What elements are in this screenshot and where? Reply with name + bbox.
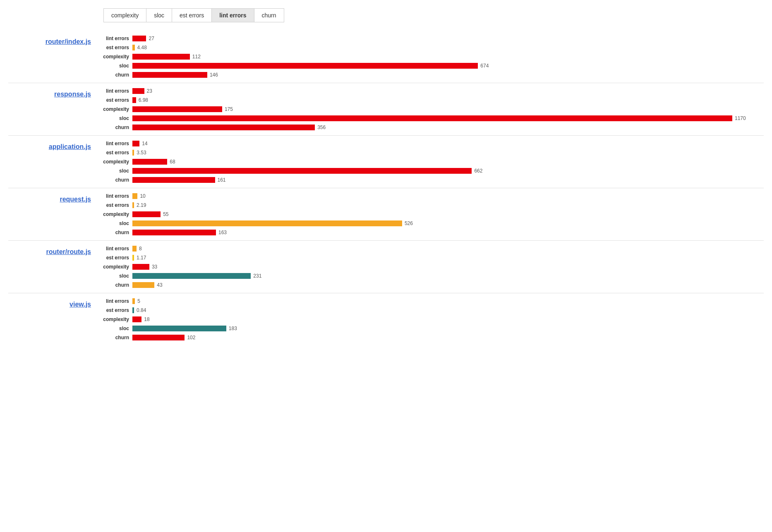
metric-bar (132, 246, 137, 252)
metric-value: 526 (405, 220, 413, 226)
file-row: view.jslint errors5est errors0.84complex… (8, 297, 764, 345)
metrics-container: lint errors8est errors1.17complexity33sl… (99, 245, 764, 289)
file-row: router/index.jslint errors27est errors4.… (8, 35, 764, 83)
metric-label: churn (99, 230, 132, 235)
metric-bar (132, 220, 402, 226)
metric-row: sloc662 (99, 167, 764, 175)
file-link[interactable]: router/route.js (8, 245, 99, 256)
metric-row: est errors4.48 (99, 44, 764, 51)
file-row: router/route.jslint errors8est errors1.1… (8, 245, 764, 293)
metric-label: est errors (99, 307, 132, 313)
metric-row: est errors3.53 (99, 149, 764, 156)
metric-bar (132, 63, 478, 69)
metric-value: 14 (142, 141, 147, 146)
metric-value: 68 (170, 159, 175, 165)
metric-value: 356 (317, 125, 326, 130)
file-link[interactable]: view.js (8, 297, 99, 308)
metric-label: sloc (99, 220, 132, 226)
metric-row: churn102 (99, 334, 764, 341)
tab-lint-errors[interactable]: lint errors (211, 8, 254, 22)
tab-est-errors[interactable]: est errors (172, 8, 211, 22)
metric-label: est errors (99, 202, 132, 208)
metric-row: est errors1.17 (99, 254, 764, 261)
metric-bar (132, 88, 144, 94)
bar-container: 526 (132, 220, 764, 226)
metric-row: lint errors8 (99, 245, 764, 252)
file-link[interactable]: request.js (8, 192, 99, 203)
metric-row: est errors2.19 (99, 201, 764, 209)
metric-value: 175 (225, 106, 233, 112)
metric-row: lint errors23 (99, 87, 764, 95)
metric-label: sloc (99, 115, 132, 121)
metric-value: 112 (192, 54, 201, 60)
metric-value: 1.17 (137, 255, 146, 261)
metric-row: churn146 (99, 71, 764, 79)
metric-bar (132, 106, 222, 112)
metric-label: lint errors (99, 88, 132, 94)
metric-bar (132, 282, 154, 288)
metric-value: 146 (210, 72, 218, 78)
file-link[interactable]: application.js (8, 140, 99, 151)
metric-value: 1170 (735, 115, 746, 121)
metric-row: complexity18 (99, 316, 764, 323)
metric-value: 662 (474, 168, 482, 174)
metric-bar (132, 273, 251, 279)
bar-container: 10 (132, 193, 764, 199)
metric-label: lint errors (99, 141, 132, 146)
metric-row: sloc1170 (99, 115, 764, 122)
metric-label: sloc (99, 63, 132, 69)
metric-value: 674 (480, 63, 489, 69)
metric-row: lint errors5 (99, 297, 764, 305)
bar-container: 68 (132, 159, 764, 165)
metric-bar (132, 72, 207, 78)
tab-complexity[interactable]: complexity (103, 8, 146, 22)
bar-container: 356 (132, 125, 764, 130)
metric-label: complexity (99, 211, 132, 217)
metric-label: est errors (99, 255, 132, 261)
metric-row: complexity55 (99, 211, 764, 218)
metric-value: 43 (157, 282, 162, 288)
metric-row: churn356 (99, 124, 764, 131)
metric-row: sloc231 (99, 272, 764, 280)
bar-container: 6.98 (132, 97, 764, 103)
bar-container: 175 (132, 106, 764, 112)
metric-label: est errors (99, 45, 132, 50)
metric-row: complexity112 (99, 53, 764, 60)
metric-bar (132, 97, 136, 103)
metric-row: sloc526 (99, 220, 764, 227)
tab-sloc[interactable]: sloc (146, 8, 172, 22)
metric-value: 23 (147, 88, 152, 94)
metric-value: 2.19 (137, 202, 146, 208)
bar-container: 0.84 (132, 307, 764, 313)
metric-value: 3.53 (137, 150, 146, 156)
metric-label: lint errors (99, 36, 132, 41)
metric-label: lint errors (99, 298, 132, 304)
metric-value: 10 (140, 193, 145, 199)
metric-bar (132, 141, 139, 146)
bar-container: 112 (132, 54, 764, 60)
bar-container: 183 (132, 326, 764, 331)
bar-container: 33 (132, 264, 764, 270)
metric-value: 102 (187, 335, 195, 340)
bar-container: 102 (132, 335, 764, 340)
metric-row: est errors0.84 (99, 307, 764, 314)
bar-container: 4.48 (132, 45, 764, 50)
metric-row: sloc183 (99, 325, 764, 332)
metric-bar (132, 45, 135, 50)
tab-churn[interactable]: churn (254, 8, 284, 22)
metric-bar (132, 326, 226, 331)
metric-value: 33 (152, 264, 157, 270)
file-link[interactable]: response.js (8, 87, 99, 98)
metric-bar (132, 307, 134, 313)
metric-value: 163 (218, 230, 227, 235)
metric-bar (132, 298, 135, 304)
bar-container: 14 (132, 141, 764, 146)
bar-container: 662 (132, 168, 764, 174)
metric-label: churn (99, 72, 132, 78)
file-link[interactable]: router/index.js (8, 35, 99, 46)
metric-label: complexity (99, 264, 132, 270)
metrics-container: lint errors5est errors0.84complexity18sl… (99, 297, 764, 341)
metric-bar (132, 230, 216, 235)
metric-label: churn (99, 125, 132, 130)
metric-value: 231 (253, 273, 261, 279)
